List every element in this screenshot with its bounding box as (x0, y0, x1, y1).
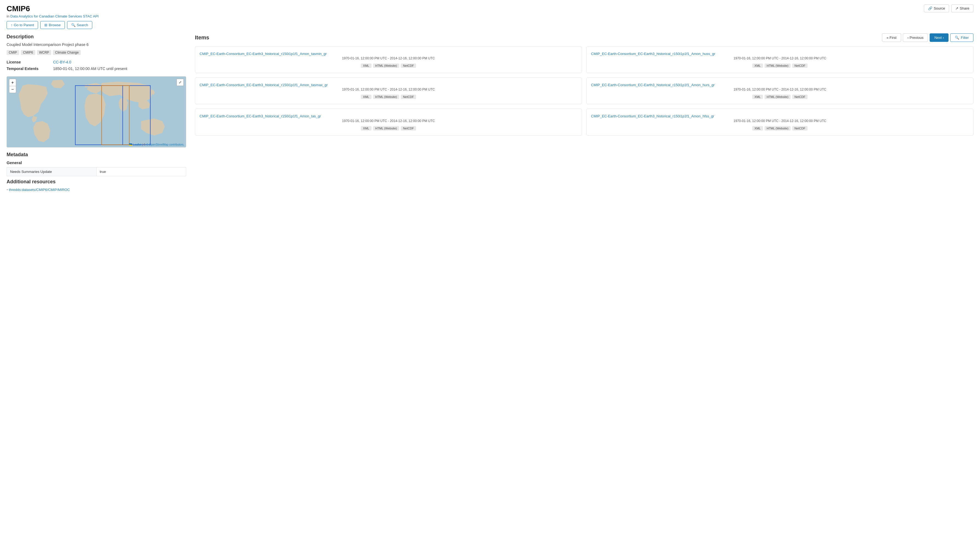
item-card-badges-5: XMLHTML (Website)NetCDF (591, 126, 969, 130)
description-text: Coupled Model Intercomparison Project ph… (6, 43, 186, 47)
badge-xml: XML (361, 95, 371, 99)
item-card-date-3: 1970-01-16, 12:00:00 PM UTC - 2014-12-16… (591, 87, 969, 91)
items-grid: CMIP_EC-Earth-Consortium_EC-Earth3_histo… (195, 46, 974, 136)
badge-xml: XML (752, 64, 763, 68)
badge-netcdf: NetCDF (401, 95, 416, 99)
first-button[interactable]: « First (882, 33, 901, 42)
map-expand: ⤢ (177, 79, 184, 86)
items-title: Items (195, 35, 209, 41)
description-title: Description (6, 34, 186, 40)
item-card-title-5[interactable]: CMIP_EC-Earth-Consortium_EC-Earth3_histo… (591, 114, 714, 118)
item-card-title-3[interactable]: CMIP_EC-Earth-Consortium_EC-Earth3_histo… (591, 83, 715, 87)
item-card-date-4: 1970-01-16, 12:00:00 PM UTC - 2014-12-16… (200, 119, 578, 123)
item-card-4[interactable]: CMIP_EC-Earth-Consortium_EC-Earth3_histo… (195, 109, 582, 135)
item-card-2[interactable]: CMIP_EC-Earth-Consortium_EC-Earth3_histo… (195, 78, 582, 104)
item-card-title-0[interactable]: CMIP_EC-Earth-Consortium_EC-Earth3_histo… (200, 52, 327, 56)
item-card-date-5: 1970-01-16, 12:00:00 PM UTC - 2014-12-16… (591, 119, 969, 123)
badge-netcdf: NetCDF (792, 64, 808, 68)
tags-container: CMIP CMIP6 WCRP Climate Change (6, 50, 186, 55)
breadcrumb: in Data Analytics for Canadian Climate S… (6, 14, 99, 18)
expand-button[interactable]: ⤢ (177, 79, 184, 86)
osm-link[interactable]: © OpenStreetMap contributors. (146, 143, 184, 146)
items-header: Items « First ‹ Previous Next › 🔍 Filter (195, 33, 974, 42)
tag-climate-change: Climate Change (53, 50, 81, 55)
search-icon: 🔍 (71, 23, 76, 27)
search-button[interactable]: 🔍 Search (67, 21, 92, 29)
browse-icon: ⊞ (45, 23, 47, 27)
next-button[interactable]: Next › (930, 33, 948, 42)
item-card-badges-2: XMLHTML (Website)NetCDF (200, 95, 578, 99)
badge-xml: XML (752, 95, 763, 99)
items-controls: « First ‹ Previous Next › 🔍 Filter (882, 33, 974, 42)
license-label: License (6, 59, 53, 65)
tag-wcrp: WCRP (37, 50, 51, 55)
item-card-title-2[interactable]: CMIP_EC-Earth-Consortium_EC-Earth3_histo… (200, 83, 328, 87)
badge-html--website-: HTML (Website) (373, 95, 399, 99)
browse-button[interactable]: ⊞ Browse (40, 21, 65, 29)
item-card-3[interactable]: CMIP_EC-Earth-Consortium_EC-Earth3_histo… (586, 78, 974, 104)
additional-resources-list: - thredds:datasets/CMIP6/CMIP/MIROC (6, 187, 186, 192)
item-card-badges-0: XMLHTML (Website)NetCDF (200, 64, 578, 68)
badge-xml: XML (361, 126, 371, 130)
zoom-in-button[interactable]: + (9, 79, 16, 86)
badge-netcdf: NetCDF (792, 126, 808, 130)
share-button[interactable]: ↗ Share (951, 5, 974, 12)
badge-html--website-: HTML (Website) (765, 126, 791, 130)
item-card-1[interactable]: CMIP_EC-Earth-Consortium_EC-Earth3_histo… (586, 46, 974, 73)
breadcrumb-link[interactable]: Data Analytics for Canadian Climate Serv… (10, 14, 99, 18)
item-card-date-2: 1970-01-16, 12:00:00 PM UTC - 2014-12-16… (200, 87, 578, 91)
tag-cmip: CMIP (6, 50, 19, 55)
item-card-badges-1: XMLHTML (Website)NetCDF (591, 64, 969, 68)
badge-xml: XML (752, 126, 763, 130)
map-container: + − ⤢ (6, 76, 186, 148)
filter-icon: 🔍 (955, 36, 959, 40)
zoom-out-button[interactable]: − (9, 86, 16, 93)
badge-html--website-: HTML (Website) (765, 95, 791, 99)
item-card-date-1: 1970-01-16, 12:00:00 PM UTC - 2014-12-16… (591, 56, 969, 60)
additional-resource-link-0[interactable]: thredds:datasets/CMIP6/CMIP/MIROC (9, 188, 70, 192)
go-to-parent-button[interactable]: ↑ Go to Parent (6, 21, 38, 29)
badge-xml: XML (361, 64, 371, 68)
share-icon: ↗ (955, 6, 958, 10)
meta-key: Needs Summaries Update (7, 167, 97, 176)
item-card-title-4[interactable]: CMIP_EC-Earth-Consortium_EC-Earth3_histo… (200, 114, 321, 118)
meta-value: true (96, 167, 186, 176)
badge-html--website-: HTML (Website) (765, 64, 791, 68)
table-row: Needs Summaries Update true (7, 167, 186, 176)
leaflet-link[interactable]: Leaflet (133, 143, 141, 146)
badge-netcdf: NetCDF (401, 64, 416, 68)
temporal-value: 1850-01-01, 12:00:00 AM UTC until presen… (53, 65, 186, 72)
badge-netcdf: NetCDF (401, 126, 416, 130)
map-svg (7, 76, 186, 147)
temporal-label: Temporal Extents (6, 65, 53, 72)
general-title: General (6, 160, 186, 165)
previous-button[interactable]: ‹ Previous (903, 33, 928, 42)
filter-button[interactable]: 🔍 Filter (950, 33, 974, 42)
item-card-5[interactable]: CMIP_EC-Earth-Consortium_EC-Earth3_histo… (586, 109, 974, 135)
go-to-parent-icon: ↑ (11, 23, 13, 27)
badge-html--website-: HTML (Website) (373, 64, 399, 68)
item-card-date-0: 1970-01-16, 12:00:00 PM UTC - 2014-12-16… (200, 56, 578, 60)
metadata-title: Metadata (6, 152, 186, 157)
source-icon: 🔗 (928, 6, 932, 10)
item-card-0[interactable]: CMIP_EC-Earth-Consortium_EC-Earth3_histo… (195, 46, 582, 73)
license-link[interactable]: CC-BY-4.0 (53, 60, 71, 64)
meta-table: License CC-BY-4.0 Temporal Extents 1850-… (6, 59, 186, 72)
item-card-title-1[interactable]: CMIP_EC-Earth-Consortium_EC-Earth3_histo… (591, 52, 715, 56)
source-button[interactable]: 🔗 Source (924, 5, 949, 12)
item-card-badges-4: XMLHTML (Website)NetCDF (200, 126, 578, 130)
badge-netcdf: NetCDF (792, 95, 808, 99)
tag-cmip6: CMIP6 (21, 50, 35, 55)
general-table: Needs Summaries Update true (6, 167, 186, 176)
additional-resources-title: Additional resources (6, 179, 186, 185)
map-attribution: 🇺🇦 Leaflet | © © OpenStreetMap contribut… (129, 143, 184, 146)
page-title: CMIP6 (6, 5, 99, 13)
breadcrumb-prefix: in (6, 14, 9, 18)
map-zoom-controls: + − (9, 79, 16, 93)
item-card-badges-3: XMLHTML (Website)NetCDF (591, 95, 969, 99)
badge-html--website-: HTML (Website) (373, 126, 399, 130)
